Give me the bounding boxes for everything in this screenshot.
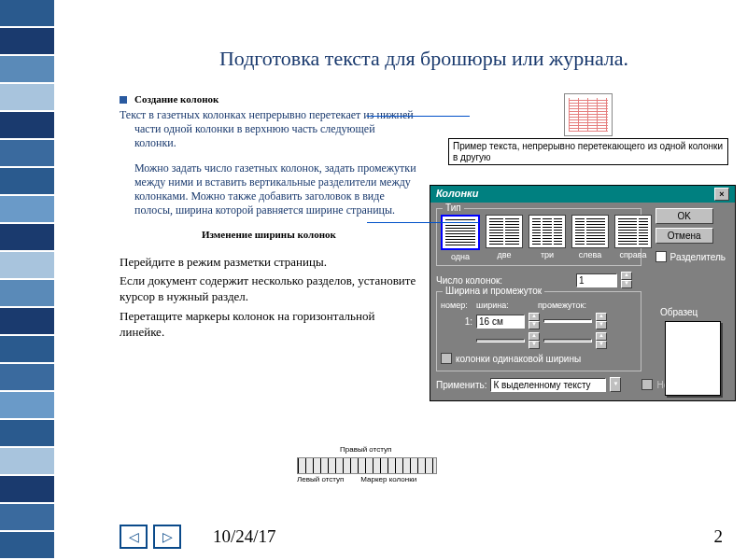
close-icon[interactable]: ×: [714, 188, 729, 201]
preview-label: Образец: [660, 307, 698, 317]
spiral-binding: [0, 0, 54, 560]
next-button[interactable]: ▷: [153, 525, 181, 549]
count-spinner[interactable]: ▲▼: [621, 272, 632, 288]
ruler: [297, 457, 437, 474]
col-num-label: номер:: [441, 301, 472, 310]
group-label: Ширина и промежуток: [443, 286, 544, 296]
ruler-figure: Правый отступ Левый отступ Маркер колонк…: [297, 457, 437, 483]
column-type-label: три: [529, 250, 566, 259]
column-type-icon: [486, 215, 523, 248]
right-column: Пример текста, непрерывно перетекающего …: [430, 93, 728, 344]
column-type-option[interactable]: три: [529, 215, 566, 261]
example-caption: Пример текста, непрерывно перетекающего …: [448, 138, 728, 165]
column-type-icon: [441, 215, 480, 250]
apply-select[interactable]: К выделенному тексту: [490, 378, 606, 392]
gap-input-disabled: [543, 339, 592, 343]
column-type-icon: [614, 215, 652, 248]
column-type-icon: [571, 215, 609, 248]
ruler-label: Маркер колонки: [360, 476, 416, 483]
spinner-disabled: ▲▼: [596, 332, 607, 349]
ruler-label: Левый отступ: [297, 476, 344, 483]
column-type-icon: [529, 215, 566, 248]
column-type-option[interactable]: слева: [571, 215, 609, 261]
paragraph: Если документ содержит несколько раздело…: [120, 273, 418, 305]
nav-buttons: ◁ ▷: [120, 525, 181, 549]
annotation-arrow: [367, 222, 479, 223]
columns-example-icon: [564, 93, 613, 136]
col-width-label: ширина:: [476, 301, 534, 310]
column-type-option[interactable]: две: [486, 215, 523, 261]
left-column: Создание колонок Текст в газетных колонк…: [120, 93, 418, 344]
width-input-disabled: [476, 339, 525, 343]
gap-input[interactable]: [543, 319, 592, 323]
slide-date: 10/24/17: [213, 526, 276, 547]
gap-spinner[interactable]: ▲▼: [596, 313, 607, 329]
column-type-label: две: [486, 250, 523, 259]
column-type-option[interactable]: справа: [614, 215, 652, 261]
divider-checkbox[interactable]: [655, 251, 667, 262]
equal-width-checkbox[interactable]: [441, 353, 452, 364]
newcol-checkbox[interactable]: [641, 379, 653, 390]
paragraph: Можно задать число газетных колонок, зад…: [120, 161, 418, 217]
count-label: Число колонок:: [436, 275, 502, 286]
dialog-title-text: Колонки: [436, 188, 478, 201]
column-type-label: слева: [571, 250, 609, 259]
page-title: Подготовка текста для брошюры или журнал…: [120, 47, 728, 71]
row-num: 1:: [441, 316, 472, 327]
preview-group: Образец: [660, 307, 726, 396]
col-gap-label: промежуток:: [538, 301, 586, 310]
slide-content: Подготовка текста для брошюры или журнал…: [54, 0, 747, 560]
column-type-label: справа: [614, 250, 652, 259]
equal-width-label: колонки одинаковой ширины: [456, 354, 581, 364]
ruler-label: Правый отступ: [340, 446, 391, 454]
width-input[interactable]: 16 см: [476, 315, 525, 329]
annotation-arrow: [367, 116, 470, 117]
example-figure: Пример текста, непрерывно перетекающего …: [448, 93, 728, 165]
group-label: Тип: [443, 203, 464, 213]
dialog-titlebar: Колонки ×: [430, 186, 735, 203]
preview-page: [665, 321, 721, 396]
section-heading: Изменение ширины колонок: [120, 229, 418, 242]
paragraph: Перетащите маркеры колонок на горизонтал…: [120, 309, 418, 341]
apply-dropdown[interactable]: ▼: [610, 377, 621, 392]
divider-label: Разделитель: [670, 252, 726, 262]
section-heading: Создание колонок: [134, 93, 218, 106]
paragraph: Перейдите в режим разметки страницы.: [120, 255, 418, 271]
columns-dialog: Колонки × OK Отмена Разделитель Тип: [430, 185, 736, 401]
column-type-label: одна: [441, 252, 480, 261]
cancel-button[interactable]: Отмена: [655, 228, 713, 244]
paragraph: Текст в газетных колонках непрерывно пер…: [120, 108, 418, 150]
bullet-icon: [120, 96, 127, 104]
prev-button[interactable]: ◁: [120, 525, 148, 549]
width-spinner[interactable]: ▲▼: [529, 313, 540, 329]
count-input[interactable]: 1: [576, 273, 617, 287]
page-number: 2: [714, 526, 724, 547]
ok-button[interactable]: OK: [655, 208, 713, 224]
apply-label: Применить:: [436, 380, 486, 390]
spinner-disabled: ▲▼: [529, 332, 540, 349]
